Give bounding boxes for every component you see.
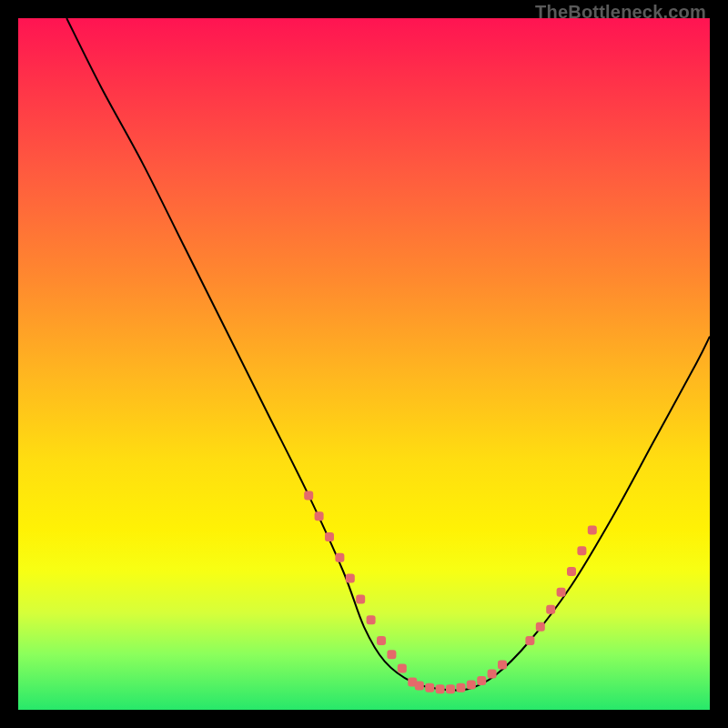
highlight-dot <box>377 636 386 645</box>
highlight-dot <box>557 588 566 597</box>
highlight-dot <box>425 683 434 693</box>
series-bottleneck-curve <box>66 18 710 691</box>
highlight-dot <box>477 676 486 685</box>
bottleneck-curve-path <box>66 18 710 691</box>
highlight-dot <box>346 574 355 583</box>
highlight-dot <box>525 636 534 645</box>
highlight-dot <box>387 650 396 659</box>
highlight-dot <box>335 553 344 562</box>
highlight-dot <box>467 681 476 690</box>
highlight-dot <box>577 546 586 555</box>
stage: TheBottleneck.com <box>0 0 728 728</box>
highlight-dot <box>415 681 424 690</box>
highlight-dot <box>325 532 334 541</box>
chart-svg <box>18 18 710 710</box>
series-highlight-dots-left <box>304 490 417 686</box>
highlight-dot <box>356 594 365 603</box>
highlight-dot <box>567 567 576 576</box>
highlight-dot <box>588 525 597 534</box>
highlight-dot <box>398 663 407 672</box>
highlight-dot <box>488 670 497 679</box>
highlight-dot <box>536 622 545 632</box>
highlight-dot <box>436 684 445 693</box>
series-highlight-dots-right <box>525 525 596 645</box>
highlight-dot <box>546 605 555 614</box>
highlight-dot <box>315 511 324 521</box>
highlight-dot <box>498 661 507 670</box>
highlight-dot <box>456 683 465 693</box>
plot-area <box>18 18 710 710</box>
highlight-dot <box>304 490 313 500</box>
series-highlight-dots-bottom <box>415 661 507 694</box>
highlight-dot <box>446 684 455 693</box>
highlight-dot <box>367 615 376 624</box>
